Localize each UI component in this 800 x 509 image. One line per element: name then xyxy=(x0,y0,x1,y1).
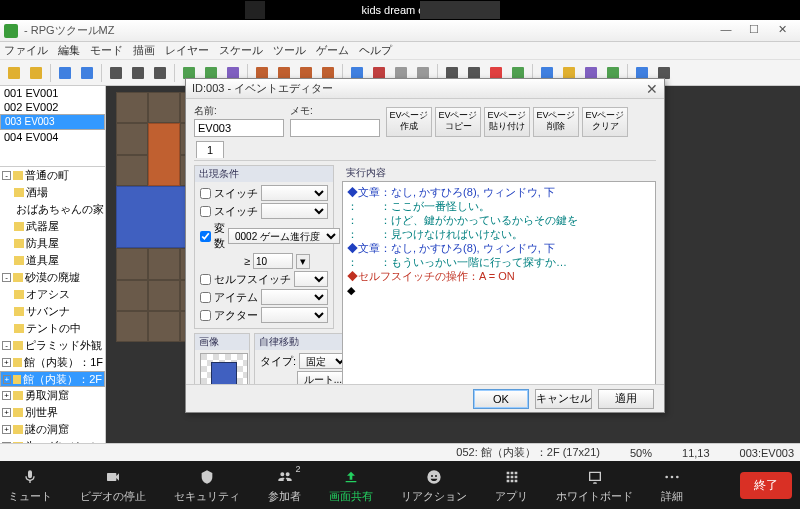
zoom-more-button[interactable]: 詳細 xyxy=(661,467,683,504)
selfswitch-check[interactable] xyxy=(200,274,211,285)
menubar: ファイル編集モード描画レイヤースケールツールゲームヘルプ xyxy=(0,42,800,60)
page-tab-1[interactable]: 1 xyxy=(196,141,224,158)
switch2-check[interactable] xyxy=(200,206,211,217)
zoom-mic-button[interactable]: ミュート xyxy=(8,467,52,504)
tree-item[interactable]: -ピラミッド外観 xyxy=(0,337,105,354)
memo-input[interactable] xyxy=(290,119,380,137)
switch2-select[interactable] xyxy=(261,203,328,219)
actor-select[interactable] xyxy=(261,307,328,323)
command-line[interactable]: ： ：けど、鍵がかかっているからその鍵を xyxy=(347,213,651,227)
status-coord: 11,13 xyxy=(682,447,710,459)
menu-レイヤー[interactable]: レイヤー xyxy=(165,43,209,58)
zoom-share-button[interactable]: 画面共有 xyxy=(329,467,373,504)
evpage-button[interactable]: EVページコピー xyxy=(435,107,481,137)
command-line[interactable]: ： ：ここが一番怪しい。 xyxy=(347,199,651,213)
toolbar-button-0[interactable] xyxy=(4,63,24,83)
left-panel: 001 EV001002 EV002003 EV003004 EV004 -普通… xyxy=(0,86,106,443)
tree-item[interactable]: テントの中 xyxy=(0,320,105,337)
dialog-close-button[interactable]: ✕ xyxy=(646,81,658,97)
tree-item[interactable]: 武器屋 xyxy=(0,218,105,235)
apply-button[interactable]: 適用 xyxy=(598,389,654,409)
event-editor-dialog: ID:003 - イベントエディター ✕ 名前: メモ: EVページ作成EVペー… xyxy=(185,78,665,413)
evpage-button[interactable]: EVページ作成 xyxy=(386,107,432,137)
tree-item[interactable]: サバンナ xyxy=(0,303,105,320)
menu-ツール[interactable]: ツール xyxy=(273,43,306,58)
zoom-video-button[interactable]: ビデオの停止 xyxy=(80,467,146,504)
tree-item[interactable]: オアシス xyxy=(0,286,105,303)
close-button[interactable]: ✕ xyxy=(768,23,796,39)
zoom-smile-button[interactable]: リアクション xyxy=(401,467,467,504)
menu-モード[interactable]: モード xyxy=(90,43,123,58)
menu-スケール[interactable]: スケール xyxy=(219,43,263,58)
cancel-button[interactable]: キャンセル xyxy=(535,389,592,409)
status-zoom: 50% xyxy=(630,447,652,459)
type-label: タイプ: xyxy=(260,354,296,369)
tree-item[interactable]: +謎の洞窟 xyxy=(0,421,105,438)
var-num-input[interactable] xyxy=(253,253,293,269)
switch1-check[interactable] xyxy=(200,188,211,199)
variable-select[interactable]: 0002 ゲーム進行度 xyxy=(228,228,340,244)
menu-描画[interactable]: 描画 xyxy=(133,43,155,58)
menu-ゲーム[interactable]: ゲーム xyxy=(316,43,349,58)
end-meeting-button[interactable]: 終了 xyxy=(740,472,792,499)
menu-ファイル[interactable]: ファイル xyxy=(4,43,48,58)
event-item[interactable]: 002 EV002 xyxy=(0,100,105,114)
wboard-icon xyxy=(585,467,605,487)
maximize-button[interactable]: ☐ xyxy=(740,23,768,39)
variable-label: 変数 xyxy=(214,221,225,251)
tree-item[interactable]: 道具屋 xyxy=(0,252,105,269)
toolbar-button-3[interactable] xyxy=(55,63,75,83)
tree-item[interactable]: 防具屋 xyxy=(0,235,105,252)
zoom-shield-button[interactable]: セキュリティ xyxy=(174,467,240,504)
event-item[interactable]: 001 EV001 xyxy=(0,86,105,100)
tree-item[interactable]: +館（内装）：1F xyxy=(0,354,105,371)
command-line[interactable]: ◆セルフスイッチの操作：A = ON xyxy=(347,269,651,283)
event-item[interactable]: 003 EV003 xyxy=(0,114,105,130)
tree-item[interactable]: -砂漠の廃墟 xyxy=(0,269,105,286)
switch1-label: スイッチ xyxy=(214,186,258,201)
tree-item[interactable]: おばあちゃんの家 xyxy=(0,201,105,218)
variable-check[interactable] xyxy=(200,231,211,242)
toolbar-button-1[interactable] xyxy=(26,63,46,83)
minimize-button[interactable]: — xyxy=(712,23,740,39)
tree-item[interactable]: +勇取洞窟 xyxy=(0,387,105,404)
tree-item[interactable]: +別世界 xyxy=(0,404,105,421)
selfswitch-select[interactable] xyxy=(294,271,328,287)
zoom-people-button[interactable]: 2参加者 xyxy=(268,467,301,504)
tree-item[interactable]: 酒場 xyxy=(0,184,105,201)
toolbar-button-4[interactable] xyxy=(77,63,97,83)
smile-icon xyxy=(424,467,444,487)
titlebar: - RPGツクールMZ — ☐ ✕ xyxy=(0,20,800,42)
command-line[interactable]: ◆文章：なし, かすひろ(8), ウィンドウ, 下 xyxy=(347,241,651,255)
toolbar-button-7[interactable] xyxy=(128,63,148,83)
command-line[interactable]: ： ：もういっかい一階に行って探すか… xyxy=(347,255,651,269)
tree-item[interactable]: +館（内装）：2F xyxy=(0,371,105,387)
event-item[interactable]: 004 EV004 xyxy=(0,130,105,144)
evpage-button[interactable]: EVページクリア xyxy=(582,107,628,137)
character-image-picker[interactable] xyxy=(200,353,248,384)
selfswitch-label: セルフスイッチ xyxy=(214,272,291,287)
actor-check[interactable] xyxy=(200,310,211,321)
toolbar-button-8[interactable] xyxy=(150,63,170,83)
menu-編集[interactable]: 編集 xyxy=(58,43,80,58)
name-input[interactable] xyxy=(194,119,284,137)
toolbar-button-6[interactable] xyxy=(106,63,126,83)
command-line[interactable]: ： ：見つけなければいけない。 xyxy=(347,227,651,241)
zoom-wboard-button[interactable]: ホワイトボード xyxy=(556,467,633,504)
command-line[interactable]: ◆ xyxy=(347,283,651,297)
event-list[interactable]: 001 EV001002 EV002003 EV003004 EV004 xyxy=(0,86,105,166)
evpage-button[interactable]: EVページ貼り付け xyxy=(484,107,530,137)
switch1-select[interactable] xyxy=(261,185,328,201)
ok-button[interactable]: OK xyxy=(473,389,529,409)
command-list[interactable]: ◆文章：なし, かすひろ(8), ウィンドウ, 下： ：ここが一番怪しい。： ：… xyxy=(342,181,656,384)
item-check[interactable] xyxy=(200,292,211,303)
zoom-apps-button[interactable]: アプリ xyxy=(495,467,528,504)
shield-icon xyxy=(197,467,217,487)
tree-item[interactable]: -普通の町 xyxy=(0,167,105,184)
command-line[interactable]: ◆文章：なし, かすひろ(8), ウィンドウ, 下 xyxy=(347,185,651,199)
menu-ヘルプ[interactable]: ヘルプ xyxy=(359,43,392,58)
evpage-button[interactable]: EVページ削除 xyxy=(533,107,579,137)
map-tree[interactable]: -普通の町酒場おばあちゃんの家武器屋防具屋道具屋-砂漠の廃墟オアシスサバンナテン… xyxy=(0,166,105,443)
var-spinner[interactable]: ▾ xyxy=(296,254,310,269)
item-select[interactable] xyxy=(261,289,328,305)
